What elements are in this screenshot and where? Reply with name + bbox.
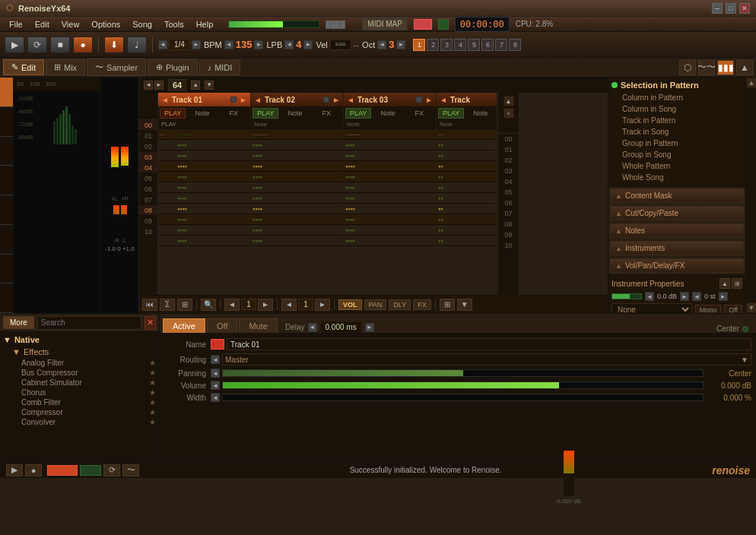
track-01-cell-2[interactable]: ▪▪▪▪ — [158, 150, 250, 161]
track-01-arrow[interactable]: ◄ — [161, 96, 169, 104]
tree-convolver-star[interactable]: ★ — [149, 418, 156, 426]
track-03-cell-8[interactable]: ▪▪▪▪ — [344, 214, 436, 225]
instruments-header[interactable]: ▲ Instruments — [611, 242, 743, 255]
track-04-cell-4[interactable]: ▪▪ — [437, 172, 497, 182]
content-mask-header[interactable]: ▲ Content Mask — [611, 189, 743, 202]
track-02-cell-9[interactable]: ▪▪▪▪ — [251, 225, 343, 236]
piano-key-3[interactable] — [0, 166, 13, 195]
sel-column-song[interactable]: Column in Song — [611, 103, 742, 115]
pat-2[interactable]: 2 — [427, 39, 439, 51]
track-01-cell-4[interactable]: ▪▪▪▪ — [158, 172, 250, 182]
instr-props-collapse[interactable]: ▲ — [719, 278, 730, 289]
stop-button[interactable]: ■ — [50, 36, 70, 53]
instr-props-expand[interactable]: ⊞ — [732, 278, 742, 289]
tree-analog-filter[interactable]: Analog Filter ★ — [3, 358, 156, 368]
menu-song[interactable]: Song — [126, 18, 158, 30]
pc-expand[interactable]: ⊞ — [440, 299, 455, 311]
vol-button[interactable]: VOL — [338, 299, 362, 310]
track-04-cell-6[interactable]: ▪▪ — [437, 193, 497, 204]
pc-btn-1[interactable]: ⏮ — [142, 299, 157, 311]
plugin-search-input[interactable] — [37, 316, 141, 330]
track-01-cell-10[interactable]: ▪▪▪▪ — [158, 236, 250, 246]
instr-off-toggle[interactable]: Off — [724, 305, 742, 314]
scroll-down-btn[interactable]: ▼ — [205, 81, 214, 90]
tab-plugin[interactable]: ⊕ Plugin — [148, 59, 198, 75]
instr-st-dec[interactable]: ◄ — [692, 292, 701, 301]
metronome-button[interactable]: ♩ — [127, 36, 147, 53]
track-01-cell-9[interactable]: ▪▪▪▪ — [158, 225, 250, 236]
minimize-button[interactable]: ─ — [712, 3, 723, 14]
tree-comb-filter[interactable]: Comb Filter ★ — [3, 397, 156, 407]
track-01-mini-btn[interactable] — [230, 97, 237, 103]
track-02-cell-2[interactable]: ▪▪▪▪ — [251, 150, 343, 161]
instr-vol-dec[interactable]: ◄ — [645, 292, 654, 301]
midi-map-button[interactable]: MIDI MAP — [362, 17, 408, 30]
track-02-arrow[interactable]: ◄ — [254, 96, 262, 104]
bt-loop[interactable]: ⟳ — [103, 464, 120, 476]
tab-midi[interactable]: ♪ MIDI — [199, 60, 241, 75]
instr-vol-inc[interactable]: ► — [680, 292, 689, 301]
tree-compressor-star[interactable]: ★ — [149, 408, 156, 416]
pc-btn-grid[interactable]: ⊞ — [177, 299, 192, 311]
scroll-top-btn[interactable]: ▲ — [746, 78, 756, 88]
track-03-cell-6[interactable]: ▪▪▪▪ — [344, 193, 436, 204]
pat-8[interactable]: 8 — [509, 39, 521, 51]
track-02-cell-7[interactable]: ▪▪▪▪ — [251, 204, 343, 214]
vol-pan-header[interactable]: ▲ Vol/Pan/Delay/FX — [611, 259, 743, 272]
track-04-cell-5[interactable]: ▪▪ — [437, 182, 497, 193]
track-03-cell-5[interactable]: ▪▪▪▪ — [344, 182, 436, 193]
scroll-bottom-btn[interactable]: ▼ — [746, 302, 756, 313]
cut-copy-paste-header[interactable]: ▲ Cut/Copy/Paste — [611, 207, 743, 220]
menu-tools[interactable]: Tools — [158, 18, 190, 30]
right-scroll-up[interactable]: ▲ — [503, 96, 514, 106]
pat-1[interactable]: 1 — [413, 39, 425, 51]
track-02-cell-1[interactable]: ▪▪▪▪ — [251, 140, 343, 150]
track-03-cell-4[interactable]: ▪▪▪▪ — [344, 172, 436, 182]
width-dec-btn[interactable]: ◄ — [211, 393, 220, 402]
track-04-cell-2[interactable]: ▪▪ — [437, 150, 497, 161]
track-02-cell-3[interactable]: ▪▪▪▪ — [251, 161, 343, 172]
tree-bus-compressor[interactable]: Bus Compressor ★ — [3, 368, 156, 378]
track-01-arrow-r[interactable]: ► — [240, 96, 247, 104]
track-03-arrow[interactable]: ◄ — [347, 96, 354, 104]
track-03-mini-btn[interactable] — [416, 97, 422, 103]
fx-button[interactable]: FX — [413, 299, 431, 310]
nav-right[interactable]: ► — [192, 40, 201, 49]
track-03-play[interactable]: PLAY — [345, 108, 371, 119]
sel-group-pattern[interactable]: Group in Pattern — [611, 138, 742, 149]
pattern-prev[interactable]: ◄ — [144, 81, 153, 90]
pan-button[interactable]: PAN — [364, 299, 387, 310]
pc-next[interactable]: ► — [258, 299, 273, 311]
more-button[interactable]: More — [3, 316, 34, 329]
pc-btn-2[interactable]: Σ — [160, 299, 175, 311]
piano-key-2[interactable] — [0, 137, 13, 166]
track-04-cell-8[interactable]: ▪▪ — [437, 214, 497, 225]
track-01-cell-0[interactable]: ··· ········ — [158, 129, 250, 140]
track-03-cell-9[interactable]: ▪▪▪▪ — [344, 225, 436, 236]
pat-6[interactable]: 6 — [481, 39, 494, 51]
pat-7[interactable]: 7 — [495, 39, 507, 51]
track-01-cell-8[interactable]: ▪▪▪▪ — [158, 214, 250, 225]
tree-comb-filter-star[interactable]: ★ — [149, 398, 156, 407]
pc-btn-zoom[interactable]: 🔍 — [201, 299, 216, 311]
vol-dec-btn[interactable]: ◄ — [211, 381, 220, 390]
menu-help[interactable]: Help — [190, 18, 220, 30]
width-slider[interactable] — [222, 394, 704, 401]
bpm-inc[interactable]: ► — [254, 40, 263, 49]
tree-convolver[interactable]: Convolver ★ — [3, 417, 156, 427]
track-03-cell-10[interactable]: ▪▪▪▪ — [344, 236, 436, 246]
maximize-button[interactable]: □ — [726, 3, 736, 14]
track-04-cell-7[interactable]: ▪▪ — [437, 204, 497, 214]
track-02-play[interactable]: PLAY — [253, 108, 278, 119]
track-01-cell-7[interactable]: ▪▪▪▪ — [158, 204, 250, 214]
tab-mix[interactable]: ⊞ Mix — [46, 59, 85, 75]
track-02-cell-5[interactable]: ▪▪▪▪ — [251, 182, 343, 193]
track-02-mini-btn[interactable] — [323, 97, 329, 103]
pan-slider[interactable] — [222, 369, 704, 377]
track-01-cell-6[interactable]: ▪▪▪▪ — [158, 193, 250, 204]
track-01-cell-1[interactable]: ▪▪▪▪ — [158, 140, 250, 150]
plugin-search-close[interactable]: ✕ — [145, 316, 156, 330]
play-button[interactable]: ▶ — [5, 36, 24, 53]
right-scroll-add[interactable]: + — [503, 108, 514, 119]
tab-sampler[interactable]: 〜 Sampler — [87, 59, 146, 76]
